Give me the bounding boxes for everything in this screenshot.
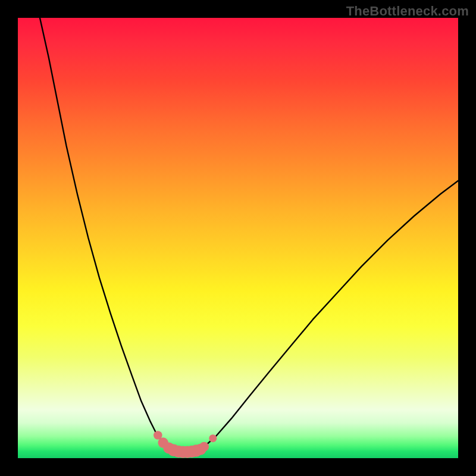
plot-area (18, 18, 458, 458)
chart-frame: TheBottleneck.com (0, 0, 476, 476)
valley-marker (209, 434, 217, 442)
curve-layer (18, 18, 458, 458)
valley-marker (199, 442, 209, 452)
watermark-label: TheBottleneck.com (346, 4, 469, 19)
bottleneck-curve (40, 18, 458, 452)
